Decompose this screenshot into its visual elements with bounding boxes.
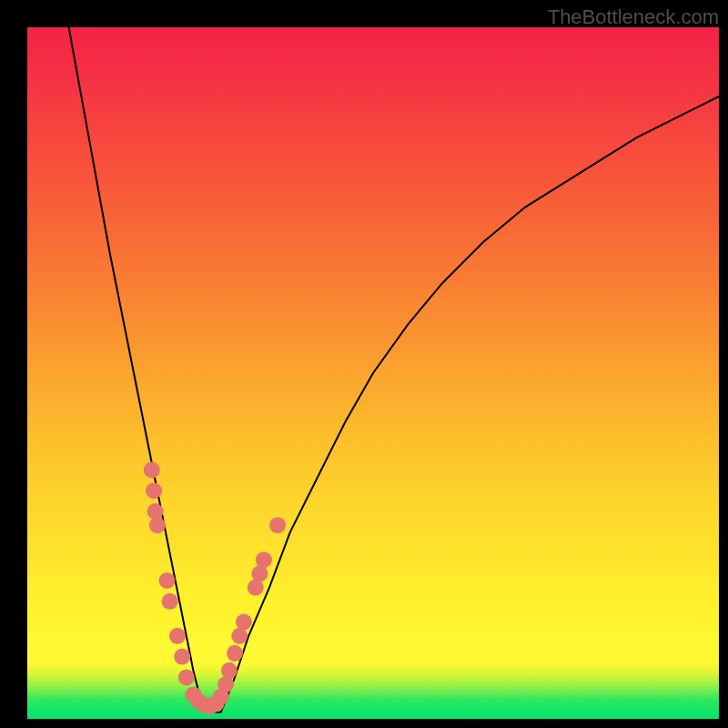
marker-dot: [162, 593, 178, 610]
marker-dot: [231, 628, 248, 644]
marker-dot: [217, 676, 234, 693]
marker-dot: [146, 482, 162, 499]
marker-dot: [269, 517, 286, 533]
marker-dot: [227, 645, 243, 662]
plot-area: [27, 27, 719, 719]
marker-dot: [251, 565, 268, 581]
bottleneck-curve: [69, 27, 719, 712]
marker-dot: [248, 580, 264, 596]
chart-frame: TheBottleneck.com: [0, 0, 728, 728]
sample-markers: [144, 461, 286, 714]
marker-dot: [236, 614, 252, 631]
marker-dot: [147, 503, 164, 520]
marker-dot: [178, 669, 195, 685]
marker-dot: [169, 628, 186, 644]
marker-dot: [159, 572, 176, 589]
marker-dot: [174, 649, 190, 665]
marker-dot: [256, 551, 272, 568]
watermark-text: TheBottleneck.com: [548, 5, 719, 29]
marker-dot: [149, 517, 166, 533]
marker-dot: [144, 461, 160, 478]
curve-svg: [27, 27, 719, 719]
marker-dot: [221, 662, 238, 679]
